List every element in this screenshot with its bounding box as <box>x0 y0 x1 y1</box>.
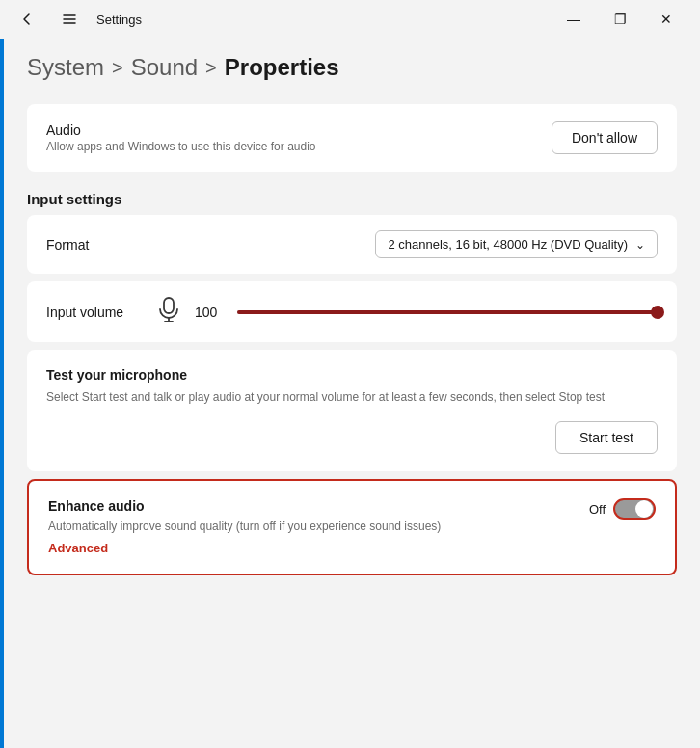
volume-row: Input volume 100 <box>27 281 677 342</box>
start-test-button[interactable]: Start test <box>555 421 658 454</box>
maximize-button[interactable]: ❐ <box>598 4 642 35</box>
test-card: Test your microphone Select Start test a… <box>27 350 677 471</box>
titlebar-left: Settings <box>12 4 142 35</box>
close-button[interactable]: ✕ <box>644 4 688 35</box>
slider-thumb <box>651 306 664 319</box>
format-row: Format 2 channels, 16 bit, 48000 Hz (DVD… <box>27 215 677 274</box>
enhance-advanced-link[interactable]: Advanced <box>48 541 108 555</box>
breadcrumb-system: System <box>27 54 104 81</box>
dont-allow-button[interactable]: Don't allow <box>552 121 658 154</box>
test-content: Test your microphone Select Start test a… <box>27 350 677 471</box>
audio-card: Audio Allow apps and Windows to use this… <box>27 104 677 172</box>
breadcrumb-properties: Properties <box>225 54 339 81</box>
enhance-card: Enhance audio Automatically improve soun… <box>27 479 677 575</box>
test-desc: Select Start test and talk or play audio… <box>46 388 658 406</box>
format-value: 2 channels, 16 bit, 48000 Hz (DVD Qualit… <box>388 237 628 252</box>
breadcrumb-sep2: > <box>205 57 217 79</box>
volume-label: Input volume <box>46 305 143 320</box>
audio-desc: Allow apps and Windows to use this devic… <box>46 140 316 153</box>
titlebar-title: Settings <box>96 13 142 27</box>
enhance-title: Enhance audio <box>48 498 441 514</box>
chevron-down-icon: ⌄ <box>635 238 645 252</box>
format-label: Format <box>46 237 89 253</box>
volume-card: Input volume 100 <box>27 281 677 342</box>
audio-title: Audio <box>46 122 316 138</box>
enhance-toggle[interactable] <box>613 498 656 520</box>
test-btn-row: Start test <box>46 421 658 454</box>
content-wrapper: System > Sound > Properties Audio Allow … <box>0 39 700 748</box>
toggle-area: Off <box>589 498 656 520</box>
volume-value: 100 <box>195 305 222 320</box>
audio-info: Audio Allow apps and Windows to use this… <box>46 122 316 153</box>
toggle-knob <box>635 500 653 518</box>
back-button[interactable] <box>12 4 42 35</box>
minimize-button[interactable]: — <box>552 4 596 35</box>
test-title: Test your microphone <box>46 367 658 383</box>
audio-row: Audio Allow apps and Windows to use this… <box>27 104 677 172</box>
titlebar: Settings — ❐ ✕ <box>0 0 700 39</box>
breadcrumb: System > Sound > Properties <box>27 54 677 81</box>
volume-slider[interactable] <box>237 310 658 314</box>
main-content: System > Sound > Properties Audio Allow … <box>4 39 700 748</box>
enhance-info: Enhance audio Automatically improve soun… <box>48 498 441 556</box>
breadcrumb-sound: Sound <box>131 54 198 81</box>
input-settings-heading: Input settings <box>27 191 677 207</box>
toggle-off-label: Off <box>589 502 606 517</box>
breadcrumb-sep1: > <box>112 57 123 79</box>
slider-fill <box>237 310 658 314</box>
menu-button[interactable] <box>54 4 85 35</box>
svg-rect-0 <box>164 298 174 313</box>
titlebar-controls: — ❐ ✕ <box>552 4 688 35</box>
format-card: Format 2 channels, 16 bit, 48000 Hz (DVD… <box>27 215 677 274</box>
enhance-desc: Automatically improve sound quality (tur… <box>48 518 441 535</box>
microphone-icon <box>158 297 179 327</box>
format-dropdown[interactable]: 2 channels, 16 bit, 48000 Hz (DVD Qualit… <box>375 230 658 258</box>
